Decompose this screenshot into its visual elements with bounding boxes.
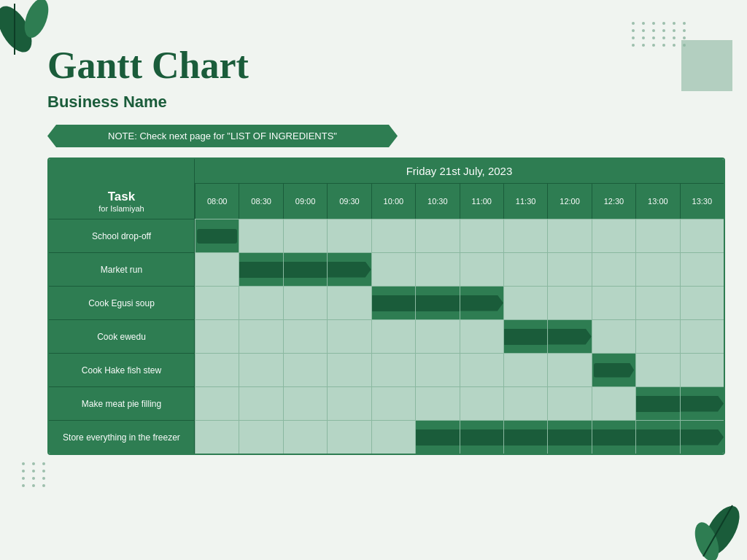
gantt-cell [195,420,239,454]
gantt-cell [503,219,547,252]
gantt-cell [371,353,415,386]
task-header-main: Task [108,190,136,204]
time-header: 12:30 [592,184,635,219]
gantt-cell [415,386,459,420]
gantt-cell [460,252,503,286]
gantt-cell [547,386,591,420]
gantt-cell [592,219,635,252]
gantt-cell [195,252,239,286]
gantt-cell [239,353,282,386]
gantt-cell [547,219,591,252]
gantt-cell [283,420,327,454]
gantt-cell [327,219,371,252]
gantt-cell [635,252,679,286]
task-label: Store everything in the freezer [49,420,195,454]
gantt-grid: Task for Islamiyah 08:0008:3009:0009:301… [49,184,724,454]
gantt-cell [283,386,327,420]
gantt-cell [460,420,503,454]
time-header: 10:00 [371,184,415,219]
gantt-cell [327,353,371,386]
gantt-cell [327,420,371,454]
gantt-cell [460,386,503,420]
note-text: NOTE: Check next page for "LIST OF INGRE… [47,125,398,147]
task-label: Cook ewedu [49,319,195,353]
gantt-cell [592,386,635,420]
gantt-cell [635,420,679,454]
leaf-decoration-bottom-right [681,494,747,560]
gantt-cell [460,353,503,386]
task-label: School drop-off [49,219,195,252]
gantt-cell [592,252,635,286]
gantt-cell [327,386,371,420]
gantt-cell [503,286,547,319]
gantt-cell [415,286,459,319]
gantt-cell [283,219,327,252]
gantt-cell [371,252,415,286]
gantt-cell [547,420,591,454]
gantt-cell [239,286,282,319]
gantt-cell [547,286,591,319]
gantt-task-column-header: Task for Islamiyah [49,184,195,219]
gantt-cell [680,219,724,252]
gantt-cell [635,219,679,252]
task-label: Cook Egusi soup [49,286,195,319]
gantt-cell [503,386,547,420]
dots-decoration-top-right: const dotsEl = document.querySelector('.… [632,22,689,47]
gantt-cell [195,353,239,386]
time-header: 09:30 [327,184,371,219]
gantt-cell [503,319,547,353]
gantt-cell [635,353,679,386]
gantt-date-header: Friday 21st July, 2023 [195,159,724,184]
gantt-cell [195,219,239,252]
gantt-cell [327,286,371,319]
gantt-cell [239,252,282,286]
business-name: Business Name [47,93,725,112]
gantt-cell [680,286,724,319]
task-header-sub: for Islamiyah [98,204,144,213]
time-header: 13:00 [635,184,679,219]
gantt-cell [680,386,724,420]
gantt-cell [547,353,591,386]
time-header: 13:30 [680,184,724,219]
dots-decoration-bottom-left: const dotsEl2 = document.querySelector('… [22,462,48,487]
gantt-cell [239,386,282,420]
time-header: 10:30 [415,184,459,219]
gantt-cell [195,386,239,420]
gantt-cell [680,319,724,353]
gantt-cell [680,420,724,454]
gantt-cell [239,219,282,252]
gantt-cell [415,219,459,252]
gantt-cell [327,252,371,286]
gantt-cell [460,219,503,252]
task-label: Cook Hake fish stew [49,353,195,386]
gantt-cell [592,353,635,386]
gantt-cell [415,252,459,286]
gantt-cell [327,319,371,353]
task-label: Make meat pie filling [49,386,195,420]
gantt-cell [547,252,591,286]
gantt-cell [635,386,679,420]
gantt-cell [371,319,415,353]
time-header: 08:30 [239,184,282,219]
gantt-cell [239,319,282,353]
gantt-cell [195,319,239,353]
gantt-cell [415,319,459,353]
gantt-cell [680,252,724,286]
gantt-cell [195,286,239,319]
page-title: Gantt Chart [47,44,725,87]
gantt-cell [283,319,327,353]
time-header: 08:00 [195,184,239,219]
gantt-cell [635,319,679,353]
gantt-cell [239,420,282,454]
gantt-cell [547,319,591,353]
gantt-cell [635,286,679,319]
gantt-cell [283,252,327,286]
gantt-cell [371,219,415,252]
gantt-cell [415,353,459,386]
gantt-cell [592,286,635,319]
gantt-cell [460,319,503,353]
time-header: 11:00 [460,184,503,219]
gantt-cell [283,353,327,386]
time-header: 11:30 [503,184,547,219]
time-header: 12:00 [547,184,591,219]
